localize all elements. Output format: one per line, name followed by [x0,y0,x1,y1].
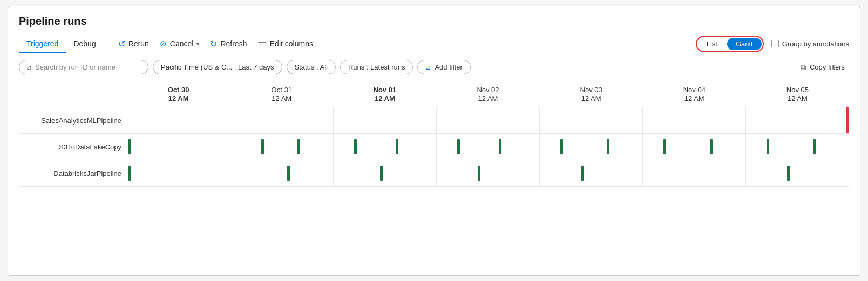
bar-db-5 [581,166,584,181]
bar-s3-10 [663,139,666,154]
rerun-button[interactable]: ↺ Rerun [113,36,154,52]
refresh-button[interactable]: ↻ Refresh [205,36,252,52]
rerun-label: Rerun [128,39,149,48]
red-marker-sales [846,107,849,133]
bar-db-1 [128,166,131,181]
gantt-timeline-sales [127,107,849,133]
add-filter-icon: ⊿ [425,63,431,71]
group-annotations-label: Group by annotations [782,40,849,48]
group-annotations: Group by annotations [771,40,849,48]
list-view-button[interactable]: List [698,38,726,50]
cancel-label: Cancel [170,39,194,48]
bar-s3-7 [499,139,501,154]
add-filter-button[interactable]: ⊿ Add filter [417,60,470,74]
gantt-col-nov02: Nov 02 12 AM [436,86,539,104]
gantt-timeline-s3 [127,134,849,160]
edit-columns-icon: ≡≡ [257,39,266,48]
refresh-label: Refresh [220,39,247,48]
edit-columns-label: Edit columns [270,39,313,48]
bar-db-3 [380,166,383,181]
gantt-timeline-databricks [127,160,849,186]
search-placeholder: Search by run ID or name [35,63,116,71]
refresh-icon: ↻ [210,39,217,49]
tab-debug[interactable]: Debug [66,35,103,53]
gantt-col-oct30: Oct 30 12 AM [127,86,230,104]
bar-db-2 [287,166,290,181]
rerun-icon: ↺ [118,39,125,49]
bar-s3-13 [813,139,816,154]
view-toggle: List Gantt [696,36,764,52]
bar-s3-2 [261,139,264,154]
gantt-label-sales: SalesAnalyticsMLPipeline [19,116,127,125]
gantt-col-nov03: Nov 03 12 AM [540,86,643,104]
nav-separator-1 [108,38,109,49]
gantt-col-nov01: Nov 01 12 AM [333,86,436,104]
tab-triggered[interactable]: Triggered [19,35,66,53]
edit-columns-button[interactable]: ≡≡ Edit columns [252,36,318,51]
search-input-wrapper[interactable]: ⊿ Search by run ID or name [19,60,148,74]
gantt-cols-sales [127,107,849,133]
gantt-header-row: Oct 30 12 AM Oct 31 12 AM Nov 01 12 AM N… [127,86,849,104]
gantt-row-sales: SalesAnalyticsMLPipeline [19,107,849,133]
bar-s3-9 [607,139,609,154]
bar-s3-12 [767,139,769,154]
bar-s3-1 [128,139,131,154]
bar-db-6 [787,166,790,181]
main-container: Pipeline runs Triggered Debug ↺ Rerun ⊘ … [8,6,860,276]
bar-s3-6 [457,139,460,154]
gantt-col-nov04: Nov 04 12 AM [643,86,746,104]
page-title: Pipeline runs [19,15,849,28]
bar-s3-3 [297,139,300,154]
bar-db-4 [478,166,480,181]
bar-s3-4 [354,139,357,154]
runs-filter-chip[interactable]: Runs : Latest runs [340,60,413,74]
cancel-icon: ⊘ [160,39,167,49]
gantt-view-button[interactable]: Gantt [727,38,762,50]
bar-s3-8 [560,139,563,154]
copy-filters-label: Copy filters [810,63,845,71]
gantt-row-s3: S3ToDataLakeCopy [19,133,849,160]
bar-s3-5 [396,139,398,154]
status-filter-chip[interactable]: Status : All [287,60,336,74]
add-filter-label: Add filter [435,63,462,71]
filter-bar: ⊿ Search by run ID or name Pacific Time … [19,60,849,75]
time-filter-chip[interactable]: Pacific Time (US & C... : Last 7 days [153,60,282,74]
gantt-col-nov05: Nov 05 12 AM [746,86,849,104]
gantt-row-databricks: DatabricksJarPipeline [19,160,849,187]
gantt-bars-s3 [127,134,849,160]
search-filter-icon: ⊿ [26,63,32,71]
gantt-label-databricks: DatabricksJarPipeline [19,169,127,177]
gantt-col-oct31: Oct 31 12 AM [230,86,333,104]
gantt-chart: Oct 30 12 AM Oct 31 12 AM Nov 01 12 AM N… [19,86,849,187]
cancel-button[interactable]: ⊘ Cancel ▾ [154,36,205,52]
cancel-chevron-icon: ▾ [196,41,199,47]
copy-filters-icon: ⧉ [801,63,806,72]
bar-s3-11 [710,139,713,154]
top-nav: Triggered Debug ↺ Rerun ⊘ Cancel ▾ ↻ Ref… [19,35,849,53]
group-annotations-checkbox[interactable] [771,40,779,47]
gantt-bars-databricks [127,160,849,186]
gantt-label-s3: S3ToDataLakeCopy [19,143,127,151]
copy-filters-button[interactable]: ⧉ Copy filters [796,60,849,75]
